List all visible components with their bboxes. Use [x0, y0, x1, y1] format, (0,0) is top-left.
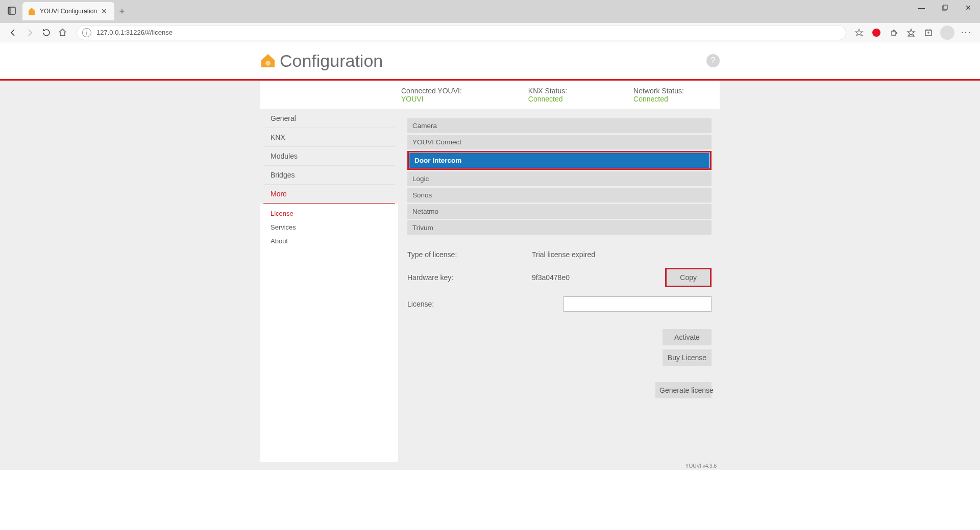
nav-back-button[interactable] — [5, 24, 21, 41]
status-bar: Connected YOUVI: YOUVI KNX Status: Conne… — [260, 81, 720, 109]
license-item-netatmo[interactable]: Netatmo — [407, 204, 712, 219]
generate-license-button[interactable]: Generate license — [655, 382, 712, 398]
url-input[interactable]: i 127.0.0.1:31226/#/license — [77, 25, 846, 40]
license-list: Camera YOUVI Connect Door Intercom Logic… — [407, 118, 712, 235]
hardware-key-label: Hardware key: — [407, 273, 532, 282]
sidebar-item-knx[interactable]: KNX — [263, 128, 395, 147]
svg-point-15 — [265, 61, 271, 66]
window-controls: ― ✕ — [910, 0, 980, 15]
copy-button[interactable]: Copy — [667, 269, 710, 286]
sidebar-sub-license[interactable]: License — [260, 204, 398, 220]
highlight-door-intercom: Door Intercom — [407, 151, 712, 170]
page-header: Configuration ? — [260, 42, 720, 79]
extensions-menu-icon[interactable] — [885, 24, 902, 41]
address-bar: i 127.0.0.1:31226/#/license ··· — [0, 23, 980, 42]
sidebar-item-more[interactable]: More — [263, 185, 395, 204]
profile-avatar[interactable] — [940, 26, 954, 40]
sidebar: General KNX Modules Bridges More License… — [260, 109, 398, 462]
connected-youvi-value: YOUVI — [401, 95, 462, 103]
svg-rect-1 — [8, 7, 11, 14]
version-footer: YOUVI v4.3.6 — [260, 462, 720, 470]
window-titlebar: YOUVI Configuration ✕ ＋ ― ✕ — [0, 0, 980, 23]
network-status-label: Network Status: — [633, 87, 684, 95]
license-item-youvi-connect[interactable]: YOUVI Connect — [407, 135, 712, 149]
collections-icon[interactable] — [920, 24, 937, 41]
buy-license-button[interactable]: Buy License — [663, 349, 712, 366]
license-item-trivum[interactable]: Trivum — [407, 220, 712, 235]
minimize-button[interactable]: ― — [910, 0, 933, 15]
new-tab-button[interactable]: ＋ — [114, 3, 130, 18]
nav-forward-button[interactable] — [21, 24, 38, 41]
help-icon[interactable]: ? — [706, 54, 720, 67]
activate-button[interactable]: Activate — [663, 329, 712, 345]
maximize-button[interactable] — [933, 0, 957, 15]
license-item-logic[interactable]: Logic — [407, 171, 712, 186]
license-input[interactable] — [564, 296, 712, 312]
svg-marker-7 — [908, 29, 915, 36]
extension-icon[interactable] — [868, 24, 885, 41]
knx-status-label: KNX Status: — [528, 87, 567, 95]
svg-marker-2 — [29, 8, 35, 15]
svg-marker-5 — [855, 29, 863, 36]
home-button[interactable] — [54, 24, 70, 41]
main-content: Camera YOUVI Connect Door Intercom Logic… — [398, 109, 720, 462]
url-text: 127.0.0.1:31226/#/license — [96, 29, 173, 36]
page-title: Configuration — [280, 51, 383, 71]
tab-actions-icon[interactable] — [4, 3, 19, 18]
connected-youvi-label: Connected YOUVI: — [401, 87, 462, 95]
sidebar-item-modules[interactable]: Modules — [263, 147, 395, 166]
network-status-value: Connected — [633, 95, 684, 103]
refresh-button[interactable] — [38, 24, 54, 41]
license-item-sonos[interactable]: Sonos — [407, 188, 712, 203]
license-type-label: Type of license: — [407, 250, 532, 259]
app-logo-icon — [260, 53, 276, 68]
sidebar-item-general[interactable]: General — [263, 109, 395, 128]
license-type-value: Trial license expired — [532, 250, 712, 259]
menu-icon[interactable]: ··· — [958, 24, 975, 41]
knx-status-value: Connected — [528, 95, 567, 103]
sidebar-item-bridges[interactable]: Bridges — [263, 166, 395, 185]
license-input-label: License: — [407, 300, 532, 308]
license-item-camera[interactable]: Camera — [407, 118, 712, 133]
svg-rect-4 — [943, 5, 947, 9]
close-window-button[interactable]: ✕ — [957, 0, 980, 15]
hardware-key-value: 9f3a0478e0 — [532, 273, 665, 282]
favorite-icon[interactable] — [850, 24, 868, 41]
tab-title: YOUVI Configuration — [40, 8, 97, 15]
highlight-copy: Copy — [665, 268, 712, 287]
favorites-bar-icon[interactable] — [902, 24, 920, 41]
sidebar-sub-about[interactable]: About — [260, 234, 398, 248]
favicon-icon — [28, 7, 36, 15]
tab-close-icon[interactable]: ✕ — [99, 7, 109, 15]
browser-tab[interactable]: YOUVI Configuration ✕ — [22, 2, 114, 20]
license-item-door-intercom[interactable]: Door Intercom — [409, 153, 709, 168]
site-info-icon[interactable]: i — [82, 28, 91, 37]
sidebar-sub-services[interactable]: Services — [260, 220, 398, 234]
